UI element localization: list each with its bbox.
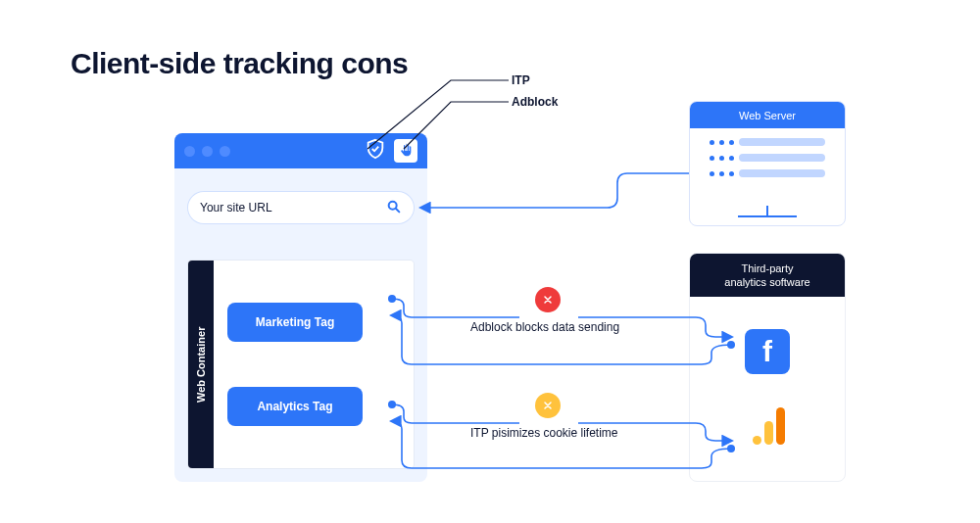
warning-badge-icon bbox=[535, 393, 561, 418]
browser-titlebar bbox=[174, 133, 427, 168]
search-icon[interactable] bbox=[386, 199, 402, 217]
server-racks bbox=[690, 128, 845, 187]
url-input[interactable]: Your site URL bbox=[188, 192, 414, 223]
third-party-box: Third-party analytics software f bbox=[689, 253, 846, 482]
web-container: Web Container Marketing Tag Analytics Ta… bbox=[188, 261, 414, 468]
web-server-box: Web Server bbox=[689, 101, 846, 226]
web-container-label: Web Container bbox=[188, 261, 214, 468]
annotation-adblock: Adblock bbox=[512, 95, 558, 109]
url-placeholder: Your site URL bbox=[200, 201, 272, 214]
third-party-title: Third-party analytics software bbox=[690, 254, 845, 297]
window-dot-icon bbox=[220, 146, 230, 157]
page-title: Client-side tracking cons bbox=[71, 47, 408, 80]
marketing-tag: Marketing Tag bbox=[227, 303, 363, 342]
facebook-icon: f bbox=[745, 329, 790, 374]
analytics-tag: Analytics Tag bbox=[227, 387, 363, 426]
web-server-title: Web Server bbox=[690, 102, 845, 128]
message-adblock: Adblock blocks data sending bbox=[470, 320, 619, 334]
window-dot-icon bbox=[184, 146, 195, 157]
google-analytics-icon bbox=[745, 404, 790, 449]
browser-window: Your site URL Web Container Marketing Ta… bbox=[174, 133, 427, 482]
blocked-badge-icon bbox=[535, 287, 561, 312]
window-dot-icon bbox=[202, 146, 213, 157]
shield-icon bbox=[365, 138, 386, 164]
message-itp: ITP pisimizes cookie lifetime bbox=[470, 426, 618, 440]
annotation-itp: ITP bbox=[512, 73, 530, 87]
hand-stop-icon bbox=[394, 139, 417, 163]
